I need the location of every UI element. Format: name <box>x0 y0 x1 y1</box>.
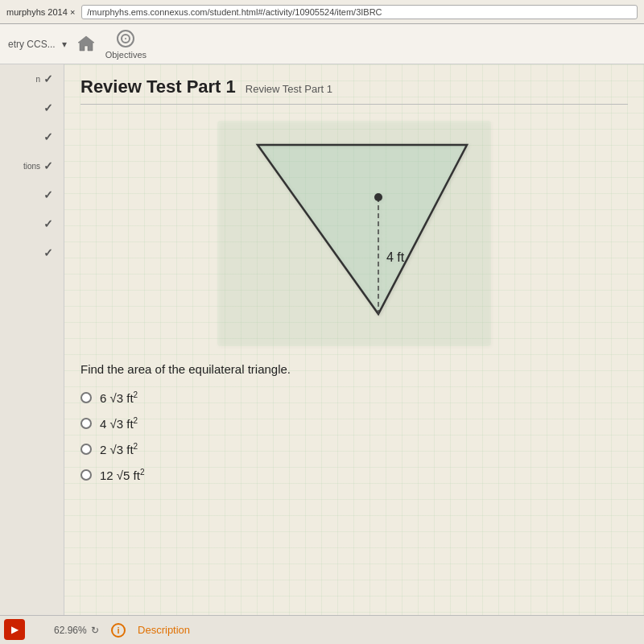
sidebar-label-4: tions <box>23 162 40 171</box>
answer-text-c: 2 √3 ft2 <box>100 442 138 456</box>
answer-choices: 6 √3 ft2 4 √3 ft2 2 √3 ft2 12 √5 ft2 <box>80 390 628 482</box>
check-icon-4: ✓ <box>43 159 53 172</box>
objectives-button[interactable]: Objectives <box>105 29 147 60</box>
home-icon <box>76 35 96 54</box>
toolbar: etry CCS... ▾ Objectives <box>0 24 644 64</box>
course-label: etry CCS... <box>8 39 56 50</box>
check-icon-2: ✓ <box>43 101 53 114</box>
midpoint-dot <box>374 193 382 201</box>
home-button[interactable] <box>76 35 96 54</box>
browser-bar: murphyhs 2014 × /murphyhs.ems.connexus.c… <box>0 0 644 24</box>
height-label: 4 ft <box>386 250 405 264</box>
answer-choice-a[interactable]: 6 √3 ft2 <box>80 390 628 405</box>
dropdown-icon[interactable]: ▾ <box>62 39 67 50</box>
refresh-icon[interactable]: ↻ <box>91 625 99 636</box>
triangle-diagram: 4 ft <box>217 121 491 346</box>
sidebar-item-3: ✓ <box>4 130 60 143</box>
progress-text: 62.96% ↻ <box>54 625 99 636</box>
radio-a[interactable] <box>80 392 92 403</box>
question-text: Find the area of the equilateral triangl… <box>80 362 628 376</box>
browser-tab-label: murphyhs 2014 × <box>6 7 75 17</box>
check-icon-6: ✓ <box>43 217 53 230</box>
check-icon-3: ✓ <box>43 130 53 143</box>
answer-choice-b[interactable]: 4 √3 ft2 <box>80 416 628 431</box>
sidebar-item-5: ✓ <box>4 188 60 201</box>
sidebar-label-1: n <box>35 75 40 84</box>
page-subtitle: Review Test Part 1 <box>246 83 332 95</box>
radio-d[interactable] <box>80 469 92 481</box>
answer-choice-c[interactable]: 2 √3 ft2 <box>80 442 628 456</box>
answer-text-b: 4 √3 ft2 <box>100 416 138 431</box>
page-header: Review Test Part 1 Review Test Part 1 <box>80 76 628 105</box>
check-icon-5: ✓ <box>43 188 53 201</box>
main-layout: n ✓ ✓ ✓ tions ✓ ✓ ✓ ✓ Review Test Part 1… <box>0 64 644 644</box>
answer-text-d: 12 √5 ft2 <box>100 468 145 482</box>
bottom-bar: ▶ 62.96% ↻ i Description <box>0 615 644 644</box>
answer-choice-d[interactable]: 12 √5 ft2 <box>80 468 628 482</box>
url-bar: /murphyhs.ems.connexus.com/student.html#… <box>81 5 638 19</box>
content-area: Review Test Part 1 Review Test Part 1 <box>64 64 644 644</box>
diagram-container: 4 ft <box>80 121 628 346</box>
sidebar-item-4: tions ✓ <box>4 159 60 172</box>
sidebar-item-7: ✓ <box>4 246 60 259</box>
objectives-label: Objectives <box>105 50 147 60</box>
radio-c[interactable] <box>80 444 92 455</box>
objectives-circle-icon <box>116 29 135 50</box>
check-icon-7: ✓ <box>43 246 53 259</box>
play-button[interactable]: ▶ <box>4 619 25 640</box>
answer-text-a: 6 √3 ft2 <box>100 390 138 405</box>
sidebar-item-2: ✓ <box>4 101 60 114</box>
course-nav: etry CCS... ▾ <box>8 39 67 50</box>
description-link[interactable]: Description <box>138 624 190 636</box>
progress-value: 62.96% <box>54 625 87 636</box>
svg-point-2 <box>125 38 126 39</box>
page-title: Review Test Part 1 <box>80 76 236 97</box>
sidebar: n ✓ ✓ ✓ tions ✓ ✓ ✓ ✓ <box>0 64 64 644</box>
radio-b[interactable] <box>80 418 92 429</box>
info-icon[interactable]: i <box>111 623 126 638</box>
sidebar-item-6: ✓ <box>4 217 60 230</box>
sidebar-item-1: n ✓ <box>4 72 60 85</box>
check-icon-1: ✓ <box>43 72 53 85</box>
